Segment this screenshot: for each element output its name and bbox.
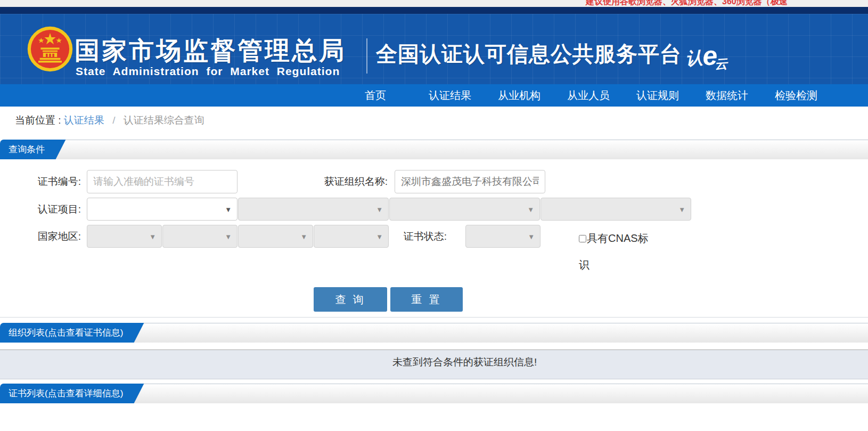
cert-list-header: 证书列表(点击查看详细信息): [0, 384, 868, 403]
breadcrumb: 当前位置 : 认证结果 / 认证结果综合查询: [0, 107, 868, 134]
platform-title: 全国认证认可信息公共服务平台: [376, 39, 682, 69]
spacer: [0, 379, 868, 384]
chevron-down-icon: ▼: [225, 205, 232, 213]
spacer: [0, 134, 868, 140]
nav-item-cert-results[interactable]: 认证结果: [429, 84, 471, 107]
nav-item-inspection[interactable]: 检验检测: [775, 84, 817, 107]
org-name-label: 获证组织名称:: [238, 170, 388, 193]
cnas-checkbox[interactable]: [579, 235, 586, 242]
breadcrumb-current: 认证结果综合查询: [124, 115, 204, 126]
org-list-header: 组织列表(点击查看证书信息): [0, 323, 868, 343]
chevron-down-icon: ▼: [300, 232, 307, 240]
country-select-3[interactable]: ▼: [238, 225, 313, 248]
national-emblem-logo: [27, 26, 73, 72]
breadcrumb-prefix: 当前位置 :: [15, 115, 61, 126]
org-list-panel: 组织列表(点击查看证书信息) 未查到符合条件的获证组织信息!: [0, 323, 868, 379]
chevron-down-icon: ▼: [149, 232, 156, 240]
empty-result-message: 未查到符合条件的获证组织信息!: [0, 349, 868, 379]
country-label: 国家地区:: [21, 225, 81, 248]
spacer: [0, 343, 868, 349]
logo-part-ren: 认: [685, 48, 703, 68]
spacer: [0, 318, 868, 323]
cert-no-label: 证书编号:: [21, 170, 81, 193]
top-navy-divider: [0, 7, 868, 14]
cert-project-select-4[interactable]: ▼: [541, 198, 691, 221]
cert-no-input[interactable]: [87, 170, 238, 193]
chevron-down-icon: ▼: [528, 232, 535, 240]
cert-list-tab-label: 证书列表(点击查看详细信息): [9, 388, 123, 399]
org-name-cn: 国家市场监督管理总局: [75, 34, 346, 68]
browser-tip-strip: 建议使用谷歌浏览器、火狐浏览器、360浏览器（极速: [0, 0, 868, 7]
nav-item-personnel[interactable]: 从业人员: [567, 84, 610, 107]
form-row-country: 国家地区: ▼ ▼ ▼ ▼ 证书状态: ▼ 具有CNAS标识: [0, 225, 868, 278]
cert-list-panel: 证书列表(点击查看详细信息): [0, 384, 868, 403]
query-panel-tab-label: 查询条件: [9, 144, 45, 154]
chevron-down-icon: ▼: [376, 232, 383, 240]
nav-item-statistics[interactable]: 数据统计: [706, 84, 748, 107]
chevron-down-icon: ▼: [225, 232, 232, 240]
ren-e-yun-logo: 认e云: [684, 37, 731, 71]
query-panel-tab: 查询条件: [0, 140, 52, 159]
breadcrumb-separator: /: [112, 115, 115, 126]
search-button[interactable]: 查 询: [314, 287, 387, 312]
browser-tip-text: 建议使用谷歌浏览器、火狐浏览器、360浏览器（极速: [586, 0, 788, 7]
query-form: 证书编号: 获证组织名称: 认证项目: ▼ ▼ ▼ ▼ 国家地区: ▼ ▼ ▼ …: [0, 159, 868, 318]
org-name-en: State Administration for Market Regulati…: [76, 65, 340, 78]
nav-item-institutions[interactable]: 从业机构: [498, 84, 541, 107]
country-select-2[interactable]: ▼: [162, 225, 238, 248]
query-panel-header: 查询条件: [0, 140, 868, 159]
cert-project-select-3[interactable]: ▼: [389, 198, 540, 221]
reset-button[interactable]: 重 置: [390, 287, 463, 312]
form-row-cert-no: 证书编号: 获证组织名称:: [0, 170, 868, 193]
header-divider: [366, 38, 367, 74]
org-name-input[interactable]: [395, 170, 545, 193]
query-panel: 查询条件 证书编号: 获证组织名称: 认证项目: ▼ ▼ ▼ ▼ 国家地区: ▼…: [0, 140, 868, 318]
chevron-down-icon: ▼: [376, 205, 383, 213]
chevron-down-icon: ▼: [678, 205, 685, 213]
cert-status-select[interactable]: ▼: [465, 225, 541, 248]
logo-part-yun: 云: [714, 56, 728, 71]
cert-project-select-2[interactable]: ▼: [238, 198, 389, 221]
country-select-1[interactable]: ▼: [87, 225, 162, 248]
chevron-down-icon: ▼: [527, 205, 534, 213]
cert-project-label: 认证项目:: [21, 198, 81, 221]
org-list-tab: 组织列表(点击查看证书信息): [0, 323, 130, 343]
org-list-tab-label: 组织列表(点击查看证书信息): [9, 328, 123, 338]
cert-status-label: 证书状态:: [398, 225, 447, 248]
breadcrumb-link-cert-results[interactable]: 认证结果: [64, 115, 104, 126]
cnas-checkbox-group: 具有CNAS标识: [579, 225, 653, 278]
cert-project-select-1[interactable]: ▼: [87, 198, 238, 221]
form-row-cert-project: 认证项目: ▼ ▼ ▼ ▼: [0, 198, 868, 221]
site-header: 国家市场监督管理总局 State Administration for Mark…: [0, 14, 868, 84]
main-nav: 首页 认证结果 从业机构 从业人员 认证规则 数据统计 检验检测: [0, 84, 868, 107]
cert-list-tab: 证书列表(点击查看详细信息): [0, 384, 130, 403]
country-select-4[interactable]: ▼: [314, 225, 389, 248]
nav-item-home[interactable]: 首页: [365, 84, 386, 107]
cnas-label: 具有CNAS标识: [579, 232, 649, 271]
form-buttons-row: 查 询 重 置: [0, 287, 868, 312]
nav-item-cert-rules[interactable]: 认证规则: [636, 84, 679, 107]
